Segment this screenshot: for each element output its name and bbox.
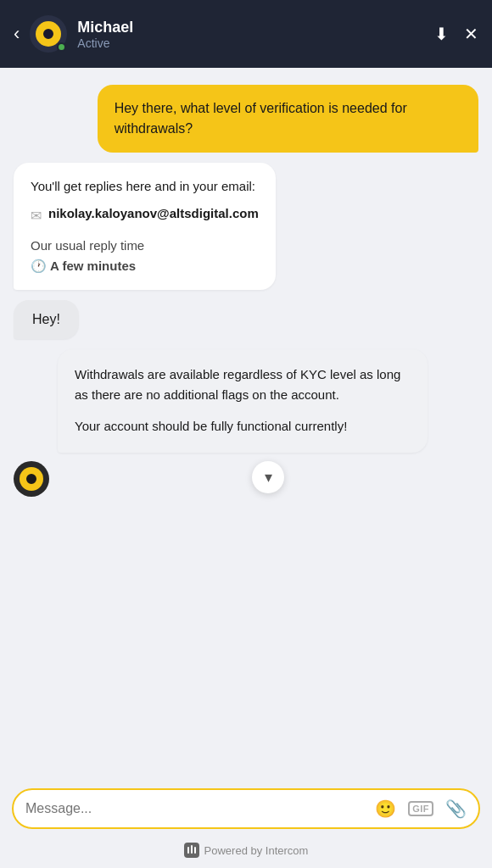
- svg-rect-3: [194, 847, 196, 854]
- incoming-hey-message: Hey!: [14, 300, 79, 339]
- email-line: ✉ nikolay.kaloyanov@altsdigital.com: [31, 203, 259, 227]
- long-msg-part1: Withdrawals are available regardless of …: [75, 367, 400, 403]
- long-msg-part2: Your account should be fully functional …: [75, 419, 347, 433]
- incoming-long-message: Withdrawals are available regardless of …: [58, 349, 428, 453]
- reply-time-label: Our usual reply time: [31, 238, 144, 253]
- intercom-logo-icon: [184, 843, 199, 858]
- message-input-row: 🙂 GIF 📎: [12, 788, 480, 829]
- svg-rect-2: [191, 845, 193, 854]
- chat-header: ‹ Michael Active ⬇ ✕: [0, 0, 492, 68]
- footer-text: Powered by Intercom: [204, 844, 309, 857]
- chat-area: Hey there, what level of verification is…: [0, 68, 492, 783]
- outgoing-message: Hey there, what level of verification is…: [98, 85, 478, 153]
- email-address: nikolay.kaloyanov@altsdigital.com: [48, 203, 259, 224]
- email-icon: ✉: [31, 205, 42, 227]
- header-actions: ⬇ ✕: [434, 24, 478, 44]
- scroll-down-button[interactable]: ▾: [252, 461, 284, 493]
- input-icons: 🙂 GIF 📎: [375, 798, 467, 819]
- clock-icon: 🕐: [31, 259, 47, 273]
- info-intro: You'll get replies here and in your emai…: [31, 176, 259, 197]
- agent-message-row: Withdrawals are available regardless of …: [14, 349, 478, 497]
- close-icon[interactable]: ✕: [464, 24, 478, 44]
- gif-icon[interactable]: GIF: [408, 801, 433, 816]
- back-button[interactable]: ‹: [14, 25, 20, 43]
- contact-status: Active: [77, 36, 434, 50]
- attachment-icon[interactable]: 📎: [445, 798, 467, 819]
- incoming-info-message: You'll get replies here and in your emai…: [14, 163, 276, 290]
- emoji-icon[interactable]: 🙂: [375, 798, 396, 819]
- contact-name: Michael: [77, 19, 434, 36]
- reply-time: Our usual reply time 🕐A few minutes: [31, 236, 259, 276]
- download-icon[interactable]: ⬇: [434, 24, 449, 44]
- chevron-down-icon: ▾: [265, 468, 272, 487]
- agent-avatar: [14, 461, 49, 497]
- svg-rect-1: [187, 847, 189, 854]
- avatar: [30, 15, 67, 53]
- online-status-dot: [57, 42, 66, 52]
- footer: Powered by Intercom: [0, 837, 492, 868]
- input-area: 🙂 GIF 📎: [0, 783, 492, 837]
- message-input[interactable]: [25, 801, 366, 816]
- reply-time-value: A few minutes: [50, 259, 136, 273]
- header-info: Michael Active: [77, 19, 434, 50]
